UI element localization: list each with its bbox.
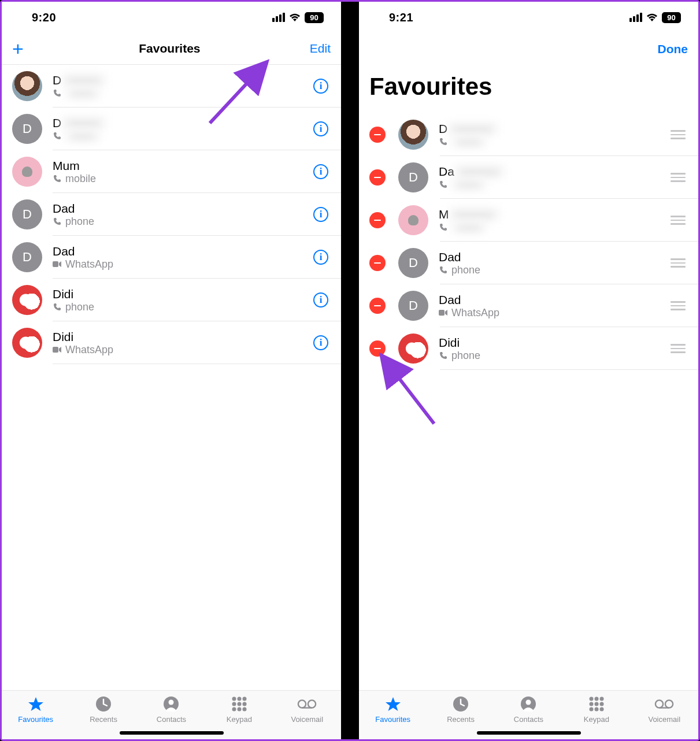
row-text: DadWhatsApp <box>439 293 671 319</box>
svg-point-27 <box>599 702 603 706</box>
svg-point-13 <box>242 707 246 712</box>
favourite-row-edit[interactable]: DDadphone <box>359 242 698 284</box>
tab-voicemail[interactable]: Voicemail <box>644 695 684 739</box>
cellular-icon <box>629 13 642 22</box>
favourites-list[interactable]: DxxxxxxxxxiDDxxxxxxxxxiMummobileiDDadpho… <box>2 65 341 690</box>
reorder-handle[interactable] <box>671 258 686 268</box>
phone-icon <box>53 217 62 225</box>
tab-favourites[interactable]: Favourites <box>16 695 56 739</box>
favourite-row[interactable]: DDadWhatsAppi <box>2 236 341 279</box>
delete-button[interactable] <box>369 169 386 186</box>
favourite-row[interactable]: Dxxxxxxxxxi <box>2 65 341 108</box>
home-indicator <box>477 731 581 735</box>
svg-point-31 <box>655 700 663 707</box>
contact-detail: WhatsApp <box>53 344 313 356</box>
svg-point-29 <box>594 707 598 712</box>
delete-button[interactable] <box>369 340 386 357</box>
status-time: 9:20 <box>32 11 56 24</box>
contact-detail: mobile <box>53 173 313 185</box>
status-bar: 9:20 90 <box>2 2 341 33</box>
add-button[interactable]: + <box>12 38 29 60</box>
row-text: Dxxxxxxxxx <box>53 73 313 99</box>
edit-button[interactable]: Edit <box>310 42 331 55</box>
delete-button[interactable] <box>369 212 386 228</box>
tab-label: Recents <box>90 715 117 724</box>
reorder-handle[interactable] <box>671 344 686 353</box>
tab-recents[interactable]: Recents <box>440 695 481 739</box>
delete-button[interactable] <box>369 298 386 314</box>
wifi-icon <box>646 13 658 22</box>
info-button[interactable]: i <box>313 335 328 350</box>
contact-detail: xxxx <box>439 136 671 148</box>
reorder-handle[interactable] <box>671 216 686 225</box>
favourite-row-edit[interactable]: Dxxxxxxxxxx <box>359 113 698 156</box>
svg-point-10 <box>242 702 246 706</box>
reorder-handle[interactable] <box>671 301 686 310</box>
svg-point-23 <box>594 697 598 701</box>
favourites-icon <box>383 695 403 713</box>
svg-point-26 <box>594 702 598 706</box>
avatar: D <box>12 114 42 144</box>
reorder-handle[interactable] <box>671 130 686 139</box>
favourite-row-edit[interactable]: DDaxxxxxxxxxx <box>359 156 698 199</box>
info-button[interactable]: i <box>313 207 328 222</box>
favourite-row[interactable]: Didiphonei <box>2 279 341 321</box>
favourite-row[interactable]: DDadphonei <box>2 193 341 236</box>
favourite-row[interactable]: DidiWhatsAppi <box>2 321 341 364</box>
row-text: DidiWhatsApp <box>53 330 313 356</box>
wifi-icon <box>289 13 301 22</box>
done-button[interactable]: Done <box>658 42 688 56</box>
recents-icon <box>94 695 113 713</box>
info-button[interactable]: i <box>313 79 328 94</box>
phone-icon <box>439 180 448 188</box>
svg-point-8 <box>232 702 236 706</box>
svg-point-11 <box>232 707 236 712</box>
info-button[interactable]: i <box>313 292 328 307</box>
avatar <box>398 120 428 150</box>
tab-recents[interactable]: Recents <box>83 695 124 739</box>
info-button[interactable]: i <box>313 250 328 265</box>
tab-voicemail[interactable]: Voicemail <box>287 695 327 739</box>
favourite-row[interactable]: DDxxxxxxxxxi <box>2 108 341 150</box>
svg-point-28 <box>589 707 593 712</box>
status-bar: 9:21 90 <box>359 2 698 33</box>
tab-favourites[interactable]: Favourites <box>373 695 413 739</box>
svg-point-14 <box>298 700 306 707</box>
battery-icon: 90 <box>662 12 681 23</box>
keypad-icon <box>587 695 606 713</box>
info-button[interactable]: i <box>313 121 328 136</box>
keypad-icon <box>229 695 249 713</box>
svg-rect-1 <box>53 347 58 353</box>
contact-detail: phone <box>439 264 671 276</box>
phone-icon <box>439 351 448 360</box>
favourites-list-edit[interactable]: DxxxxxxxxxxDDaxxxxxxxxxxMxxxxxxxxxxDDadp… <box>359 113 698 690</box>
contacts-icon <box>518 695 538 713</box>
contact-detail: xxxx <box>53 87 313 99</box>
contact-name: Dxxxxx <box>53 73 313 87</box>
svg-point-7 <box>242 697 246 701</box>
avatar: D <box>398 248 428 278</box>
contact-detail: WhatsApp <box>439 307 671 319</box>
info-button[interactable]: i <box>313 164 328 179</box>
tab-label: Recents <box>447 715 475 724</box>
phone-left: 9:20 90 + Favourites Edit DxxxxxxxxxiDDx… <box>2 2 341 739</box>
favourite-row-edit[interactable]: Didiphone <box>359 327 698 370</box>
phone-right: 9:21 90 Done Favourites DxxxxxxxxxxDDaxx… <box>359 2 698 739</box>
favourite-row-edit[interactable]: Mxxxxxxxxxx <box>359 199 698 242</box>
avatar <box>12 285 42 315</box>
tab-keypad[interactable]: Keypad <box>219 695 260 739</box>
favourite-row[interactable]: Mummobilei <box>2 150 341 193</box>
row-text: Mxxxxxxxxxx <box>439 208 671 234</box>
svg-point-30 <box>599 707 603 712</box>
row-text: Mummobile <box>53 159 313 185</box>
video-icon <box>53 346 62 354</box>
avatar <box>398 205 428 235</box>
phone-icon <box>53 89 62 97</box>
delete-button[interactable] <box>369 255 386 271</box>
tab-keypad[interactable]: Keypad <box>576 695 617 739</box>
delete-button[interactable] <box>369 127 386 143</box>
reorder-handle[interactable] <box>671 173 686 182</box>
phone-icon <box>439 223 448 231</box>
contact-name: Didi <box>53 287 313 301</box>
favourite-row-edit[interactable]: DDadWhatsApp <box>359 284 698 327</box>
